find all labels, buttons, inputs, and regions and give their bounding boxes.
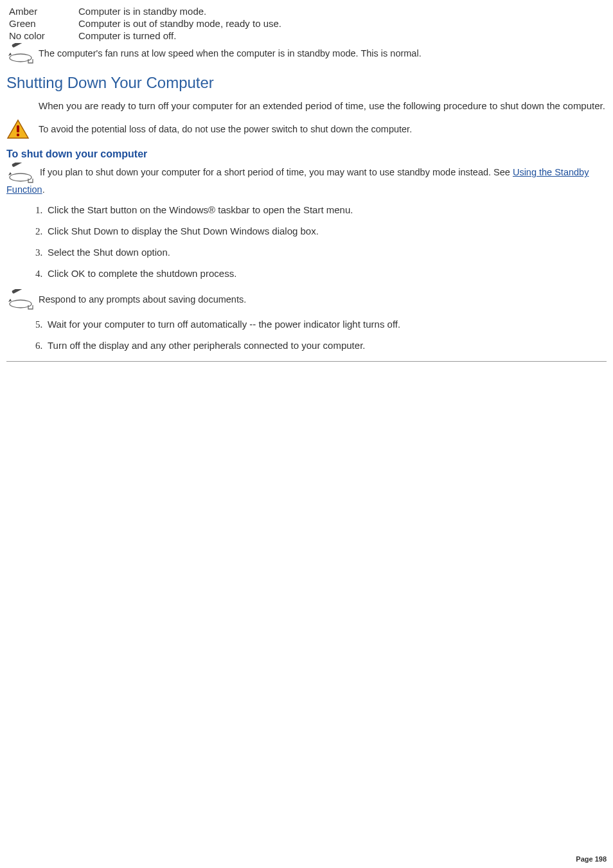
led-label: No color [9,30,78,42]
step-item: Turn off the display and any other perip… [45,340,607,351]
table-row: Amber Computer is in standby mode. [9,5,281,17]
step-item: Click Shut Down to display the Shut Down… [45,226,607,236]
led-desc: Computer is in standby mode. [78,5,281,17]
svg-rect-7 [12,163,26,167]
shutdown-steps-list-b: Wait for your computer to turn off autom… [32,319,607,351]
warning-data-loss: To avoid the potential loss of data, do … [6,119,607,139]
svg-rect-4 [17,125,19,132]
svg-point-5 [17,134,19,136]
section-divider [6,361,607,362]
note-respond: Respond to any prompts about saving docu… [6,289,607,310]
step-item: Click the Start button on the Windows® t… [45,204,607,215]
note-standby: If you plan to shut down your computer f… [6,163,607,196]
warning-icon [6,119,30,139]
step-item: Click OK to complete the shutdown proces… [45,268,607,279]
led-label: Amber [9,5,78,17]
step-item: Select the Shut down option. [45,247,607,258]
note-text: The computer's fan runs at low speed whe… [39,48,422,58]
note-fan: The computer's fan runs at low speed whe… [6,43,607,64]
step-item: Wait for your computer to turn off autom… [45,319,607,330]
led-label: Green [9,17,78,30]
note-standby-suffix: . [42,184,45,195]
subheading-to-shut-down: To shut down your computer [6,148,607,160]
warning-text: To avoid the potential loss of data, do … [39,124,412,134]
table-row: Green Computer is out of standby mode, r… [9,17,281,30]
shutdown-steps-list-a: Click the Start button on the Windows® t… [32,204,607,279]
shutdown-intro-paragraph: When you are ready to turn off your comp… [39,100,607,112]
pencil-note-icon [6,43,35,64]
svg-rect-1 [12,43,26,48]
led-desc: Computer is turned off. [78,30,281,42]
pencil-note-icon [6,289,35,310]
svg-rect-10 [12,289,26,294]
note-text: Respond to any prompts about saving docu… [39,294,246,305]
led-desc: Computer is out of standby mode, ready t… [78,17,281,30]
led-status-table: Amber Computer is in standby mode. Green… [9,5,281,42]
table-row: No color Computer is turned off. [9,30,281,42]
note-standby-prefix: If you plan to shut down your computer f… [40,167,513,177]
heading-shutting-down: Shutting Down Your Computer [6,74,607,92]
pencil-note-icon [6,167,37,177]
